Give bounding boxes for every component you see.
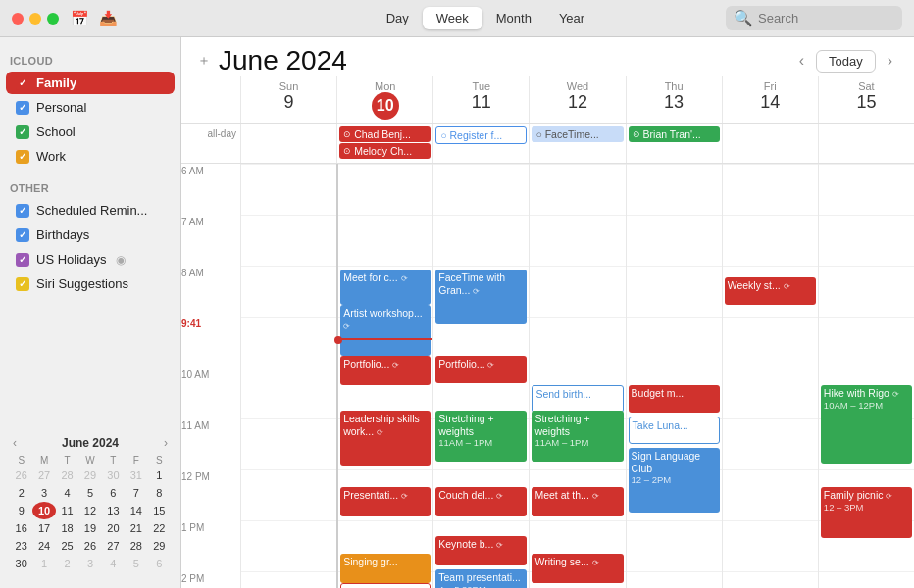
allday-cell-tue[interactable]: ○ Register f... [432, 124, 529, 163]
day-header-mon: Mon 10 [336, 76, 432, 123]
sidebar-item-reminders[interactable]: Scheduled Remin... [6, 199, 175, 221]
fri-column[interactable]: Weekly st... ⟳ [722, 164, 818, 588]
time-grid-scroll[interactable]: 6 AM 7 AM 8 AM 9:41 10 AM 11 AM 12 PM 1 … [181, 164, 914, 588]
close-button[interactable] [12, 13, 24, 24]
calendar-event[interactable]: Singing gr... [340, 554, 431, 583]
day-header-fri: Fri 14 [722, 76, 818, 123]
calendar-event[interactable]: Sign Language Club12 – 2PM [629, 448, 720, 513]
allday-event-melody[interactable]: ⊙ Melody Ch... [339, 143, 431, 159]
mini-cal-prev[interactable]: ‹ [10, 436, 20, 450]
allday-cell-mon[interactable]: ⊙ Chad Benj... ⊙ Melody Ch... [336, 124, 432, 163]
sidebar-item-siri[interactable]: Siri Suggestions [6, 272, 175, 295]
allday-cell-wed[interactable]: ○ FaceTime... [529, 124, 625, 163]
sidebar-item-school[interactable]: School [6, 121, 175, 143]
calendar-event[interactable]: Take Luna... [629, 416, 720, 444]
time-10am: 10 AM [181, 368, 240, 418]
sidebar-item-family[interactable]: Family [6, 72, 175, 94]
icloud-label: iCloud [10, 55, 53, 67]
other-section-label: Other [10, 182, 49, 194]
next-week-button[interactable]: › [882, 50, 898, 72]
calendar-event[interactable]: Team presentati...4 – 5:30PM [435, 569, 527, 588]
day-view-button[interactable]: Day [373, 7, 423, 29]
reminders-checkbox[interactable] [16, 204, 29, 218]
wed-column[interactable]: Send birth...Stretching + weights11AM – … [529, 164, 625, 588]
inbox-icon[interactable]: 📥 [99, 10, 118, 27]
month-view-button[interactable]: Month [482, 7, 545, 29]
holidays-checkbox[interactable] [16, 253, 29, 267]
day-header-sun: Sun 9 [240, 76, 336, 123]
allday-row: all-day ⊙ Chad Benj... ⊙ Melody Ch... ○ … [181, 124, 914, 164]
calendar-event[interactable]: Stretching + weights11AM – 1PM [435, 411, 527, 462]
calendar-event[interactable]: Budget m... [629, 385, 720, 413]
day-header-thu: Thu 13 [626, 76, 722, 123]
personal-checkbox[interactable] [16, 101, 29, 115]
allday-event-facetime[interactable]: ○ FaceTime... [532, 126, 623, 142]
calendar-event[interactable]: Leadership skills work... ⟳ [340, 411, 431, 466]
broadcast-icon: ◉ [116, 253, 126, 267]
year-view-button[interactable]: Year [545, 7, 598, 29]
traffic-lights [12, 13, 59, 24]
calendar-event[interactable]: Portfolio... ⟳ [435, 356, 527, 383]
sidebar-item-personal-label: Personal [36, 100, 86, 115]
thu-column[interactable]: Budget m...Take Luna...Sign Language Clu… [626, 164, 722, 588]
week-view-button[interactable]: Week [423, 7, 482, 29]
mini-cal-grid: SMTWTFS 26272829303112345678910111213141… [10, 454, 171, 572]
birthdays-checkbox[interactable] [16, 228, 29, 242]
search-icon: 🔍 [734, 9, 753, 27]
allday-cell-fri[interactable] [722, 124, 818, 163]
calendar-event[interactable]: Portfolio... ⟳ [340, 356, 431, 385]
calendar-event[interactable]: Keynote b... ⟳ [435, 536, 527, 565]
allday-event-chad[interactable]: ⊙ Chad Benj... [339, 126, 431, 142]
search-bar[interactable]: 🔍 [726, 6, 902, 30]
allday-cell-thu[interactable]: ⊙ Brian Tran'... [626, 124, 722, 163]
calendar-event[interactable]: Family picnic ⟳12 – 3PM [821, 487, 912, 538]
siri-checkbox[interactable] [16, 277, 29, 291]
time-labels-col: 6 AM 7 AM 8 AM 9:41 10 AM 11 AM 12 PM 1 … [181, 164, 240, 588]
calendar-event[interactable]: Meet at th... ⟳ [532, 487, 623, 516]
sidebar-item-school-label: School [36, 124, 76, 139]
calendar-event[interactable]: Stretching + weights11AM – 1PM [532, 411, 623, 462]
add-event-button[interactable]: ＋ [197, 52, 211, 70]
sat-column[interactable]: Hike with Rigo ⟳10AM – 12PMFamily picnic… [818, 164, 914, 588]
calendar-event[interactable]: FaceTime with Gran... ⟳ [435, 270, 527, 324]
sun-column[interactable] [240, 164, 336, 588]
mini-cal-next[interactable]: › [161, 436, 171, 450]
calendar-event[interactable]: Pick up art... [340, 583, 431, 588]
titlebar-icons: 📅 📥 [71, 10, 118, 27]
calendar-event[interactable]: Writing se... ⟳ [532, 554, 623, 583]
view-switcher: Day Week Month Year [373, 7, 599, 29]
calendar-event[interactable]: Couch del... ⟳ [435, 487, 527, 516]
allday-event-register[interactable]: ○ Register f... [435, 126, 527, 144]
sidebar-item-personal[interactable]: Personal [6, 96, 175, 119]
sidebar-item-holidays[interactable]: US Holidays ◉ [6, 248, 175, 270]
today-button[interactable]: Today [816, 50, 876, 73]
fullscreen-button[interactable] [47, 13, 59, 24]
mon-column[interactable]: Meet for c... ⟳Artist workshop... ⟳Portf… [336, 164, 432, 588]
sidebar-item-work[interactable]: Work [6, 145, 175, 168]
calendar-event[interactable]: Presentati... ⟳ [340, 487, 431, 516]
calendar-event[interactable]: Hike with Rigo ⟳10AM – 12PM [821, 385, 912, 464]
allday-label: all-day [181, 124, 240, 163]
school-checkbox[interactable] [16, 125, 29, 139]
day-headers: Sun 9 Mon 10 Tue 11 Wed 12 Thu 13 [181, 76, 914, 124]
work-checkbox[interactable] [16, 150, 29, 164]
tue-column[interactable]: FaceTime with Gran... ⟳Portfolio... ⟳Str… [432, 164, 529, 588]
minimize-button[interactable] [29, 13, 41, 24]
calendar-event[interactable]: Meet for c... ⟳ [340, 270, 431, 305]
day-header-wed: Wed 12 [529, 76, 625, 123]
calendar-icon[interactable]: 📅 [71, 10, 89, 27]
allday-event-brian[interactable]: ⊙ Brian Tran'... [629, 126, 720, 142]
sidebar-item-birthdays[interactable]: Birthdays [6, 223, 175, 246]
allday-cell-sun[interactable] [240, 124, 336, 163]
main-layout: iCloud Family Personal School Work Other… [0, 37, 914, 588]
search-input[interactable] [758, 11, 894, 25]
calendar-event[interactable]: Artist workshop... ⟳ [340, 305, 431, 356]
time-column-header [181, 76, 240, 123]
day-header-sat: Sat 15 [818, 76, 914, 123]
time-6am: 6 AM [181, 164, 240, 215]
family-checkbox[interactable] [16, 76, 29, 90]
allday-cell-sat[interactable] [818, 124, 914, 163]
calendar-event[interactable]: Weekly st... ⟳ [725, 277, 816, 305]
prev-week-button[interactable]: ‹ [793, 50, 810, 72]
calendar-event[interactable]: Send birth... [532, 385, 623, 413]
